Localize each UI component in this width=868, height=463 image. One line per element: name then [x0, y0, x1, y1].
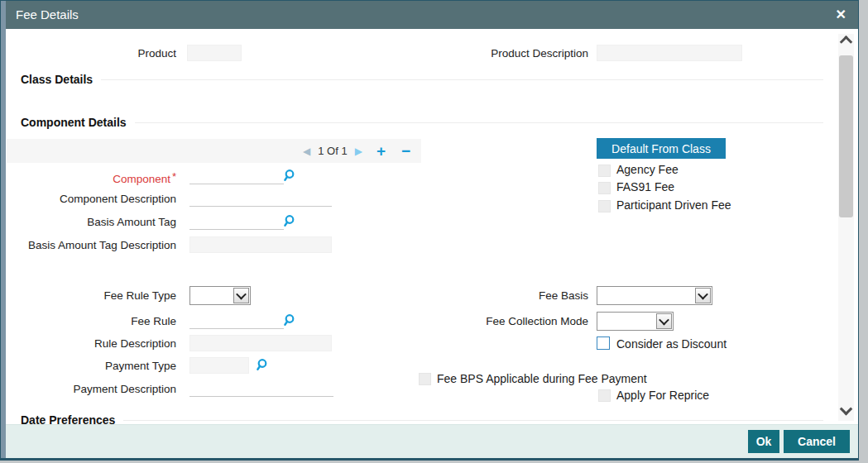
component-description-label: Component Description [11, 193, 176, 205]
apply-for-reprice-checkbox [598, 389, 611, 402]
agency-fee-checkbox [598, 165, 611, 177]
payment-type-field [189, 357, 249, 374]
fee-collection-mode-label: Fee Collection Mode [423, 315, 588, 327]
component-input[interactable] [189, 168, 284, 184]
product-description-label: Product Description [423, 47, 588, 60]
record-navigation-bar: ◀ 1 Of 1 ▶ + − [7, 139, 421, 163]
participant-driven-fee-label: Participant Driven Fee [616, 198, 731, 212]
payment-description-label: Payment Description [11, 383, 176, 395]
fee-rule-label: Fee Rule [11, 315, 176, 327]
agency-fee-label: Agency Fee [616, 163, 679, 176]
section-divider [123, 420, 823, 421]
close-icon[interactable]: ✕ [836, 1, 846, 29]
fee-basis-label: Fee Basis [423, 289, 588, 302]
fas91-fee-checkbox [598, 182, 611, 194]
next-record-icon[interactable]: ▶ [355, 146, 362, 157]
fee-bps-applicable-label: Fee BPS Applicable during Fee Payment [437, 372, 647, 385]
previous-record-icon[interactable]: ◀ [303, 146, 310, 157]
fee-rule-type-label: Fee Rule Type [11, 289, 176, 302]
payment-type-search-icon[interactable] [254, 358, 268, 372]
component-label-text: Component [113, 173, 170, 185]
dialog-footer: Ok Cancel [6, 424, 858, 458]
consider-as-discount-label: Consider as Discount [616, 337, 727, 351]
payment-description-input[interactable] [189, 380, 333, 397]
dialog-left-frame [1, 1, 6, 458]
scrollbar-thumb[interactable] [839, 55, 853, 217]
required-marker: * [172, 170, 176, 183]
class-details-section-header: Class Details [21, 73, 823, 86]
component-search-icon[interactable] [281, 169, 295, 183]
section-divider [135, 122, 823, 123]
vertical-scrollbar[interactable] [838, 34, 854, 421]
product-field [187, 45, 242, 61]
component-label: Component* [11, 170, 176, 185]
cancel-button[interactable]: Cancel [784, 430, 850, 453]
dialog-title: Fee Details [16, 1, 79, 29]
add-record-icon[interactable]: + [376, 143, 386, 159]
component-details-section-header: Component Details [21, 116, 823, 129]
scroll-up-icon[interactable] [838, 34, 854, 54]
chevron-down-icon[interactable] [656, 313, 672, 329]
rule-description-label: Rule Description [11, 337, 176, 350]
fee-basis-select[interactable] [597, 286, 712, 305]
scroll-down-icon[interactable] [838, 401, 854, 421]
screen-backdrop: Fee Details ✕ Product Product Descriptio… [0, 0, 868, 463]
chevron-down-icon[interactable] [233, 288, 249, 303]
participant-driven-fee-checkbox [598, 200, 611, 212]
fee-collection-mode-select[interactable] [597, 312, 674, 331]
basis-amount-tag-input[interactable] [189, 213, 284, 230]
default-from-class-button[interactable]: Default From Class [597, 138, 726, 159]
basis-amount-tag-description-field [189, 236, 332, 253]
product-label: Product [11, 47, 176, 60]
ok-button[interactable]: Ok [748, 430, 779, 453]
consider-as-discount-checkbox[interactable] [597, 337, 610, 350]
remove-record-icon[interactable]: − [401, 143, 410, 159]
payment-type-label: Payment Type [11, 360, 176, 372]
fas91-fee-label: FAS91 Fee [616, 180, 674, 193]
section-divider [101, 79, 823, 80]
record-position: 1 Of 1 [318, 145, 347, 157]
rule-description-field [189, 335, 332, 351]
fee-rule-search-icon[interactable] [281, 313, 295, 327]
fee-details-dialog: Fee Details ✕ Product Product Descriptio… [0, 0, 859, 461]
basis-amount-tag-label: Basis Amount Tag [11, 216, 176, 228]
dialog-titlebar: Fee Details ✕ [6, 1, 858, 29]
fee-bps-applicable-checkbox [419, 373, 431, 385]
fee-rule-type-select[interactable] [189, 286, 251, 305]
class-details-title: Class Details [21, 73, 93, 86]
component-details-title: Component Details [21, 116, 127, 129]
fee-rule-input[interactable] [189, 313, 284, 329]
chevron-down-icon[interactable] [695, 288, 711, 303]
product-description-field [597, 45, 742, 61]
component-description-input[interactable] [189, 190, 332, 207]
apply-for-reprice-label: Apply For Reprice [616, 389, 709, 402]
basis-amount-tag-description-label: Basis Amount Tag Description [11, 239, 176, 251]
basis-amount-tag-search-icon[interactable] [281, 214, 295, 228]
